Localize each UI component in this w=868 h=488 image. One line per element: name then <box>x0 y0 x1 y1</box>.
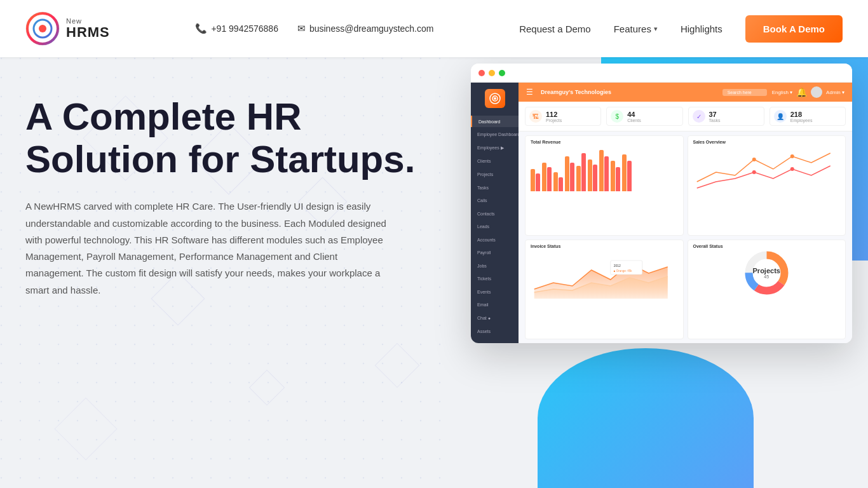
window-close-dot <box>478 70 485 76</box>
user-avatar <box>811 86 822 98</box>
chart-invoice-title: Invoice Status <box>531 244 678 248</box>
chevron-down-icon: ▾ <box>654 25 658 33</box>
employees-number: 218 <box>790 111 813 118</box>
sidebar-item-projects[interactable]: Projects <box>471 168 519 180</box>
donut-value: Projects <box>753 267 780 274</box>
dashboard-inner: Dashboard Employee Dashboard Employees ▶… <box>471 83 852 343</box>
email-contact: ✉ business@dreamguystech.com <box>297 23 434 34</box>
sidebar-item-tasks[interactable]: Tasks <box>471 182 519 194</box>
blob-bottom-right <box>538 348 754 488</box>
svg-text:■ Orange: 45k: ■ Orange: 45k <box>614 269 632 273</box>
logo-hrms-text: HRMS <box>66 25 110 40</box>
projects-info: 112 Projects <box>546 111 562 123</box>
window-minimize-dot <box>489 70 495 76</box>
sidebar-logo-icon <box>489 93 501 104</box>
header: New HRMS 📞 +91 9942576886 ✉ business@dre… <box>0 0 868 57</box>
main-nav: Request a Demo Features ▾ Highlights Boo… <box>519 15 843 43</box>
phone-icon: 📞 <box>195 23 207 34</box>
stat-projects: 🏗 112 Projects <box>525 107 601 126</box>
dashboard-window: Dashboard Employee Dashboard Employees ▶… <box>471 64 852 343</box>
book-demo-button[interactable]: Book A Demo <box>745 15 843 43</box>
hero-title-line2: Solution for Startups. <box>25 138 415 180</box>
sidebar-item-calls[interactable]: Calls <box>471 194 519 207</box>
logo-icon <box>25 11 60 46</box>
stats-row: 🏗 112 Projects $ 44 Clients <box>519 102 852 132</box>
dashboard-screenshot: Dashboard Employee Dashboard Employees ▶… <box>471 64 852 346</box>
employees-label: Employees <box>790 118 813 123</box>
sidebar-item-accounts[interactable]: Accounts <box>471 234 519 246</box>
phone-number: +91 9942576886 <box>211 24 278 34</box>
donut-chart-wrap: Projects 45 <box>693 251 841 295</box>
chart-overall-status: Overall Status <box>688 240 846 340</box>
dashboard-search[interactable]: Search here <box>722 89 767 96</box>
hero-content-left: A Complete HR Solution for Startups. A N… <box>25 95 432 299</box>
logo: New HRMS <box>25 11 110 46</box>
area-chart-invoice: 2012 ■ Orange: 45k <box>531 251 678 299</box>
hero-description: A NewHRMS carved with complete HR Care. … <box>25 198 394 299</box>
notification-bell-icon[interactable]: 🔔 <box>796 87 807 97</box>
hero-title-line1: A Complete HR <box>25 95 301 138</box>
svg-point-8 <box>494 97 496 100</box>
tasks-icon: ✓ <box>693 110 705 123</box>
hero-title: A Complete HR Solution for Startups. <box>25 95 432 180</box>
projects-label: Projects <box>546 118 562 123</box>
tasks-label: Tasks <box>709 118 721 123</box>
chart-sales-overview: Sales Overview <box>688 135 846 236</box>
svg-point-9 <box>752 158 756 161</box>
clients-info: 44 Clients <box>627 111 641 123</box>
svg-point-3 <box>39 25 46 32</box>
sidebar-item-tickets[interactable]: Tickets <box>471 273 519 285</box>
sidebar-item-clients[interactable]: Clients <box>471 155 519 167</box>
clients-number: 44 <box>627 111 641 118</box>
chart-invoice-status: Invoice Status <box>525 240 684 340</box>
projects-number: 112 <box>546 111 562 118</box>
sidebar-item-chat[interactable]: Chat ● <box>471 312 519 324</box>
hamburger-icon: ☰ <box>526 88 533 97</box>
clients-icon: $ <box>611 110 623 123</box>
svg-point-10 <box>790 154 794 158</box>
dashboard-topbar: ☰ Dreamguy's Technologies Search here En… <box>519 83 852 102</box>
chart-total-revenue: Total Revenue <box>525 135 684 236</box>
employees-info: 218 Employees <box>790 111 813 123</box>
clients-label: Clients <box>627 118 641 123</box>
svg-point-11 <box>752 170 756 174</box>
dashboard-sidebar: Dashboard Employee Dashboard Employees ▶… <box>471 83 519 343</box>
sidebar-logo <box>485 89 505 108</box>
email-address: business@dreamguystech.com <box>309 24 434 34</box>
logo-text: New HRMS <box>66 17 110 40</box>
window-maximize-dot <box>499 70 505 76</box>
stat-clients: $ 44 Clients <box>606 107 682 126</box>
stat-employees: 👤 218 Employees <box>770 107 846 126</box>
charts-grid: Total Revenue <box>519 132 852 343</box>
sidebar-item-employee-dashboard[interactable]: Employee Dashboard <box>471 128 519 140</box>
bar-chart-revenue <box>531 147 678 191</box>
employees-icon: 👤 <box>774 110 787 123</box>
chart-overall-title: Overall Status <box>693 244 841 248</box>
stat-tasks: ✓ 37 Tasks <box>688 107 764 126</box>
sidebar-item-assets[interactable]: Assets <box>471 325 519 337</box>
nav-highlights[interactable]: Highlights <box>681 24 722 34</box>
sidebar-item-events[interactable]: Events <box>471 286 519 298</box>
svg-text:2012: 2012 <box>614 264 621 268</box>
nav-features[interactable]: Features ▾ <box>614 24 658 34</box>
tasks-number: 37 <box>709 111 721 118</box>
topbar-right: English ▾ 🔔 Admin ▾ <box>772 86 844 98</box>
email-icon: ✉ <box>297 23 306 34</box>
sidebar-item-leads[interactable]: Leads <box>471 220 519 233</box>
sidebar-item-jobs[interactable]: Jobs <box>471 260 519 272</box>
language-selector[interactable]: English ▾ <box>772 90 792 95</box>
sidebar-item-email[interactable]: Email <box>471 299 519 311</box>
nav-request-demo[interactable]: Request a Demo <box>519 24 591 34</box>
projects-icon: 🏗 <box>529 110 542 123</box>
phone-contact: 📞 +91 9942576886 <box>195 23 278 34</box>
company-name: Dreamguy's Technologies <box>541 89 717 95</box>
window-titlebar <box>471 64 852 83</box>
sidebar-item-contacts[interactable]: Contacts <box>471 208 519 220</box>
sidebar-item-dashboard[interactable]: Dashboard <box>471 116 519 128</box>
sidebar-item-employees[interactable]: Employees ▶ <box>471 142 519 154</box>
sidebar-item-payroll[interactable]: Payroll <box>471 247 519 259</box>
dashboard-main: ☰ Dreamguy's Technologies Search here En… <box>519 83 852 343</box>
chart-sales-title: Sales Overview <box>693 140 841 144</box>
nav-features-label: Features <box>614 24 651 34</box>
line-chart-sales <box>693 147 841 194</box>
